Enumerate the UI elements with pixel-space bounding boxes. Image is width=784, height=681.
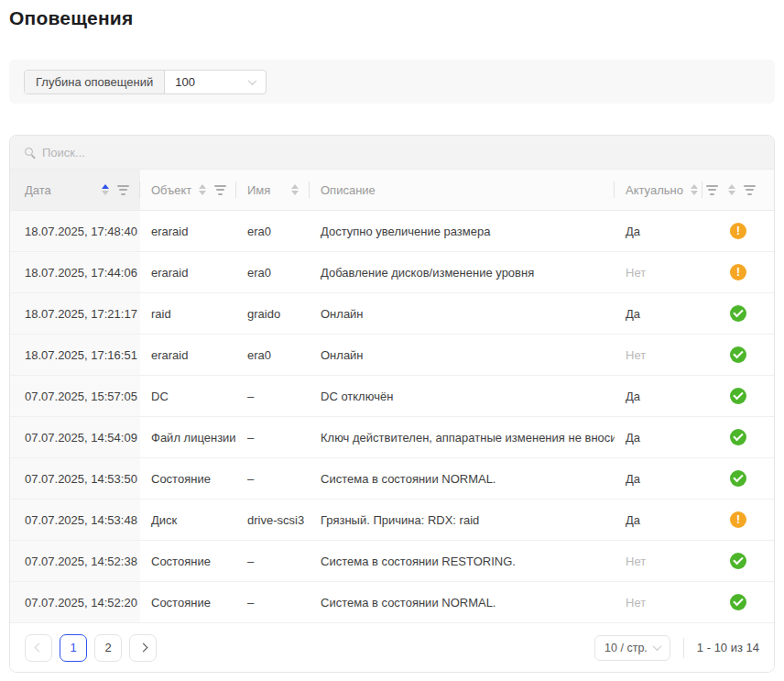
table-row[interactable]: 18.07.2025, 17:44:06eraraidera0Добавлени… [10, 252, 774, 293]
table-row[interactable]: 07.07.2025, 14:54:09Файл лицензии–Ключ д… [10, 417, 774, 458]
column-label-date: Дата [25, 183, 94, 197]
search-input[interactable] [42, 146, 761, 159]
cell-actual: Нет [615, 252, 702, 292]
cell-description: DC отключён [310, 376, 615, 416]
cell-object: DC [140, 376, 236, 416]
filter-icon[interactable] [117, 185, 129, 195]
table-row[interactable]: 07.07.2025, 14:53:50Состояние–Система в … [10, 458, 774, 500]
cell-status [702, 541, 774, 581]
cell-status [702, 500, 774, 540]
page-title: Оповещения [9, 7, 775, 29]
column-label-actual: Актуально [626, 183, 683, 197]
cell-description: Система в состоянии NORMAL. [310, 458, 615, 499]
column-header-name[interactable]: Имя [236, 170, 310, 210]
alert-depth-select[interactable]: 100 [165, 71, 266, 93]
warning-icon [730, 223, 746, 239]
column-header-date[interactable]: Дата [10, 170, 140, 210]
page-size-select[interactable]: 10 / стр. [594, 635, 670, 661]
success-icon [730, 388, 746, 404]
table-header: Дата Объект Имя Описание [10, 170, 774, 211]
prev-page-button[interactable] [25, 634, 52, 662]
cell-date: 18.07.2025, 17:48:40 [10, 211, 140, 251]
column-header-status[interactable] [702, 170, 774, 210]
cell-date: 18.07.2025, 17:21:17 [10, 293, 140, 334]
table-row[interactable]: 18.07.2025, 17:16:51eraraidera0ОнлайнНет [10, 335, 774, 376]
cell-object: eraraid [140, 211, 236, 251]
cell-name: – [236, 541, 310, 581]
cell-date: 07.07.2025, 15:57:05 [10, 376, 140, 416]
warning-icon [730, 264, 746, 280]
cell-object: Состояние [140, 458, 236, 499]
column-header-description[interactable]: Описание [310, 170, 615, 210]
chevron-left-icon [34, 643, 43, 653]
cell-name: era0 [236, 211, 310, 251]
column-label-name: Имя [247, 183, 284, 197]
cell-actual: Нет [615, 582, 702, 622]
filter-panel: Глубина оповещений 100 [9, 60, 775, 104]
cell-actual: Да [615, 211, 702, 251]
cell-object: Состояние [140, 541, 236, 581]
cell-date: 07.07.2025, 14:52:20 [10, 582, 140, 622]
search-bar [10, 136, 774, 170]
column-header-object[interactable]: Объект [140, 170, 236, 210]
cell-actual: Нет [615, 541, 702, 581]
pagination-range: 1 - 10 из 14 [697, 641, 759, 654]
cell-actual: Да [615, 458, 702, 499]
page-number: 2 [104, 641, 111, 654]
page-number: 1 [70, 641, 76, 654]
cell-date: 07.07.2025, 14:54:09 [10, 417, 140, 457]
table-row[interactable]: 07.07.2025, 15:57:05DC–DC отключёнДа [10, 376, 774, 417]
cell-object: Диск [140, 500, 236, 540]
cell-description: Грязный. Причина: RDX: raid [310, 500, 615, 540]
search-icon [23, 146, 37, 159]
table-body: 18.07.2025, 17:48:40eraraidera0Доступно … [10, 211, 774, 623]
cell-object: Состояние [140, 582, 236, 622]
success-icon [730, 346, 746, 363]
cell-status [702, 417, 774, 457]
page-button-1[interactable]: 1 [60, 634, 87, 662]
cell-date: 07.07.2025, 14:52:38 [10, 541, 140, 581]
cell-object: eraraid [140, 335, 236, 375]
column-header-actual[interactable]: Актуально [615, 170, 702, 210]
cell-description: Система в состоянии RESTORING. [310, 541, 615, 581]
page-size-value: 10 / стр. [604, 642, 648, 654]
table-row[interactable]: 07.07.2025, 14:53:48Дискdrive-scsi3Грязн… [10, 500, 774, 541]
filter-icon[interactable] [214, 185, 226, 195]
cell-date: 07.07.2025, 14:53:48 [10, 500, 140, 540]
cell-name: drive-scsi3 [236, 500, 310, 540]
table-row[interactable]: 07.07.2025, 14:52:38Состояние–Система в … [10, 541, 774, 582]
cell-object: raid [140, 293, 236, 334]
cell-actual: Да [615, 417, 702, 457]
alert-depth-control: Глубина оповещений 100 [24, 70, 267, 94]
cell-actual: Нет [615, 335, 702, 375]
table-row[interactable]: 07.07.2025, 14:52:20Состояние–Система в … [10, 582, 774, 623]
chevron-down-icon [652, 642, 661, 651]
table-row[interactable]: 18.07.2025, 17:21:17raidgraidoОнлайнДа [10, 293, 774, 335]
alert-depth-value: 100 [175, 75, 195, 89]
divider [683, 638, 684, 658]
cell-name: – [236, 582, 310, 622]
cell-name: – [236, 417, 310, 457]
filter-icon[interactable] [744, 185, 756, 195]
page-button-2[interactable]: 2 [94, 634, 122, 662]
cell-description: Ключ действителен, аппаратные изменения … [310, 417, 615, 457]
sort-icon[interactable] [199, 184, 206, 195]
cell-date: 07.07.2025, 14:53:50 [10, 458, 140, 499]
cell-name: era0 [236, 252, 310, 292]
cell-name: era0 [236, 335, 310, 375]
cell-description: Система в состоянии NORMAL. [310, 582, 615, 622]
next-page-button[interactable] [129, 634, 157, 662]
sort-icon[interactable] [728, 184, 735, 195]
cell-status [702, 376, 774, 416]
alert-depth-label: Глубина оповещений [25, 71, 165, 93]
sort-icon[interactable] [691, 184, 698, 195]
sort-icon[interactable] [291, 184, 299, 195]
cell-status [702, 252, 774, 292]
sort-icon[interactable] [102, 184, 109, 195]
cell-name: graido [236, 293, 310, 334]
success-icon [730, 553, 746, 569]
table-row[interactable]: 18.07.2025, 17:48:40eraraidera0Доступно … [10, 211, 774, 252]
alerts-page: Оповещения Глубина оповещений 100 Дата [0, 0, 784, 673]
success-icon [730, 305, 746, 322]
cell-object: Файл лицензии [140, 417, 236, 457]
